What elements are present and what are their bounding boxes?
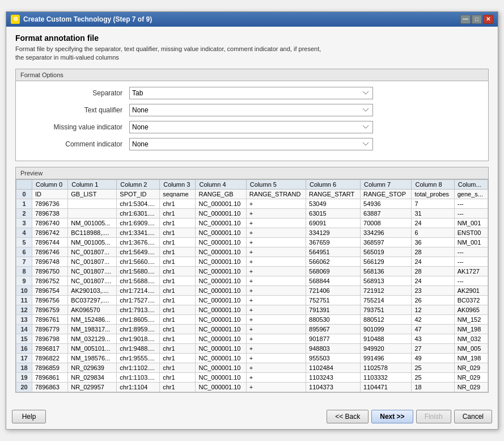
table-cell: NC_001807.... [68,267,117,276]
maximize-button[interactable]: □ [472,15,482,24]
table-row: 77896748NC_001807...chr1:5660....chr1NC_… [16,257,488,267]
table-cell: 568844 [306,276,361,286]
col-header-8: Column 8 [412,180,454,190]
comment-indicator-row: Comment indicator None [27,138,477,150]
table-cell: + [246,276,306,286]
table-cell: chr1:1102.... [117,363,160,373]
table-cell: 721406 [306,286,361,296]
data-header-col9: gene_s... [454,190,488,199]
footer-right: << Back Next >> Finish Cancel [327,410,492,423]
table-row: 47896742BC118988,....chr1:3341....chr1NC… [16,228,488,238]
help-button[interactable]: Help [12,410,46,423]
table-cell: 565019 [361,247,412,257]
table-row: 137896761NM_152486...chr1:8605....chr1NC… [16,315,488,325]
title-bar-controls: — □ ✕ [460,15,493,24]
table-cell: chr1:8959.... [117,325,160,334]
table-cell: NC_000001.10 [196,228,246,238]
table-cell: 28 [412,247,454,257]
text-qualifier-select[interactable]: None [129,104,373,116]
table-row: 27896738chr1:6301....chr1NC_000001.10+63… [16,209,488,219]
next-button[interactable]: Next >> [371,410,413,423]
table-cell: 1102484 [306,363,361,373]
table-cell: NC_000001.10 [196,334,246,344]
table-cell: 7896746 [32,247,68,257]
table-cell: chr1:7913.... [117,305,160,315]
data-header-col2: SPOT_ID [117,190,160,199]
table-cell: --- [454,199,488,209]
table-cell: + [246,354,306,363]
table-cell: 31 [412,209,454,219]
table-cell: + [246,305,306,315]
table-cell: ENST00 [454,228,488,238]
table-cell: + [246,247,306,257]
table-cell: 23 [412,286,454,296]
page-title: Format annotation file [15,33,489,43]
table-cell: 901877 [306,334,361,344]
table-cell: NC_000001.10 [196,373,246,383]
table-cell: 28 [412,267,454,276]
data-header-col8: total_probes [412,190,454,199]
table-cell: + [246,296,306,305]
table-cell: 991496 [361,354,412,363]
table-cell: 25 [412,373,454,383]
row-num-cell: 5 [16,238,32,247]
minimize-button[interactable]: — [460,15,471,24]
finish-button[interactable]: Finish [416,410,451,423]
row-num-cell: 16 [16,344,32,354]
table-cell: 568136 [361,267,412,276]
table-cell: chr1 [160,383,196,392]
table-cell: 1104373 [306,383,361,392]
table-cell: NC_000001.10 [196,363,246,373]
table-cell: NM_152486... [68,315,117,325]
table-cell: 26 [412,296,454,305]
close-button[interactable]: ✕ [483,15,493,24]
table-cell: 334129 [306,228,361,238]
table-cell: 7896754 [32,286,68,296]
preview-table-container[interactable]: Column 0 Column 1 Column 2 Column 3 Colu… [16,179,488,392]
title-bar-left: ⚙ Create Custom Technology (Step 7 of 9) [11,15,152,24]
table-cell: 7896738 [32,209,68,219]
preview-label: Preview [16,167,488,179]
table-cell: NC_000001.10 [196,247,246,257]
separator-select[interactable]: Tab [129,87,373,99]
data-header-col3: seqname [160,190,196,199]
table-cell: NC_001807... [68,257,117,267]
table-cell: 7896798 [32,334,68,344]
table-cell: NC_000001.10 [196,383,246,392]
table-cell: NC_000001.10 [196,325,246,334]
missing-value-row: Missing value indicator None [27,121,477,133]
table-cell: + [246,344,306,354]
table-cell: chr1 [160,267,196,276]
table-row: 147896779NM_198317...chr1:8959....chr1NC… [16,325,488,334]
table-cell: AK096570 [68,305,117,315]
table-cell: chr1 [160,315,196,325]
table-cell: NM_032 [454,334,488,344]
table-cell: 895967 [306,325,361,334]
table-cell: + [246,267,306,276]
table-cell: NM_152 [454,315,488,325]
table-cell: chr1:6909.... [117,219,160,228]
row-num-cell: 2 [16,209,32,219]
table-cell: 53049 [306,199,361,209]
table-row: 197896861NR_029834chr1:1103....chr1NC_00… [16,373,488,383]
table-cell: NM_001005... [68,238,117,247]
data-header-row: 0 ID GB_LIST SPOT_ID seqname RANGE_GB RA… [16,190,488,199]
table-cell: 6 [412,228,454,238]
table-cell: --- [454,209,488,219]
table-cell: NR_029834 [68,373,117,383]
table-cell: 18 [412,383,454,392]
table-cell: 880512 [361,315,412,325]
table-row: 97896752NC_001807....chr1:5688....chr1NC… [16,276,488,286]
text-qualifier-row: Text qualifier None [27,104,477,116]
missing-value-select[interactable]: None [129,121,373,133]
data-header-col5: RANGE_STRAND [246,190,306,199]
comment-indicator-select[interactable]: None [129,138,373,150]
table-cell: 63015 [306,209,361,219]
cancel-button[interactable]: Cancel [454,410,492,423]
table-cell: + [246,228,306,238]
row-num-cell: 7 [16,257,32,267]
table-cell: 49 [412,354,454,363]
table-cell: chr1 [160,276,196,286]
table-cell: 24 [412,257,454,267]
back-button[interactable]: << Back [327,410,369,423]
